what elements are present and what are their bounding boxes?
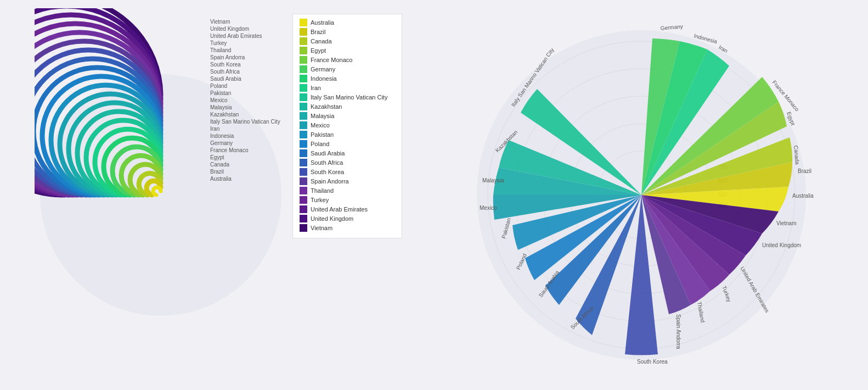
legend-item: Spain Andorra [300,177,395,185]
legend-label: Thailand [311,187,334,194]
legend-label: Spain Andorra [311,178,349,185]
label-southafrica: South Africa [210,69,240,75]
legend-swatch [300,159,307,166]
rose-germany: Germany [660,23,683,31]
legend-swatch [300,215,307,222]
legend-swatch [300,205,307,213]
legend-label: Vietnam [311,225,332,231]
legend-item: United Kingdom [300,215,395,222]
legend-item: France Monaco [300,56,395,64]
legend-label: United Arab Emirates [311,206,368,213]
right-section: 700 600 500 400 Germany Indonesia Iran F… [449,5,833,385]
main-container: Vietnam United Kingdom United Arab Emira… [0,0,868,390]
legend-item: Iran [300,84,395,92]
label-turkey: Turkey [210,40,227,46]
legend-swatch [300,224,307,232]
rose-spain: Spain Andorra [675,314,681,349]
label-kazakhstan: Kazakhstan [210,112,239,118]
legend-swatch [300,56,307,64]
legend-item: Poland [300,140,395,148]
legend-item: Brazil [300,28,395,36]
legend-label: Pakistan [311,131,334,138]
spiral-chart: Vietnam United Kingdom United Arab Emira… [35,8,287,382]
legend-swatch [300,112,307,120]
legend-label: Poland [311,141,329,147]
legend-item: Turkey [300,196,395,204]
legend-swatch [300,37,307,45]
legend-label: Turkey [311,197,329,203]
rose-uk: United Kingdom [762,242,801,248]
legend-swatch [300,140,307,148]
legend-item: Canada [300,37,395,45]
rose-southkorea: South Korea [637,359,668,365]
label-southkorea: South Korea [210,62,241,68]
legend-swatch [300,65,307,73]
label-italy: Italy San Marino Vatican City [210,119,280,125]
legend-item: Germany [300,65,395,73]
legend-swatch [300,84,307,92]
legend-item: South Africa [300,159,395,166]
rose-malaysia: Malaysia [482,177,504,183]
label-australia: Australia [210,176,232,182]
legend-swatch [300,93,307,101]
legend-item: Indonesia [300,75,395,82]
label-thailand: Thailand [210,47,231,53]
rose-australia: Australia [792,193,814,199]
rose-vietnam: Vietnam [776,220,797,226]
rose-mexico: Mexico [480,205,497,211]
legend-label: Malaysia [311,113,334,119]
legend-swatch [300,103,307,110]
legend-swatch [300,75,307,82]
label-uae: United Arab Emirates [210,33,262,39]
legend-swatch [300,121,307,129]
legend-label: Indonesia [311,75,337,82]
label-pakistan: Pakistan [210,90,231,96]
label-egypt: Egypt [210,154,224,160]
legend-item: Saudi Arabia [300,149,395,157]
label-indonesia: Indonesia [210,133,234,139]
legend-item: Italy San Marino Vatican City [300,93,395,101]
label-spain: Spain Andorra [210,54,245,60]
legend-label: Mexico [311,122,330,129]
rose-brazil: Brazil [798,168,811,174]
legend-swatch [300,131,307,138]
label-saudiarabia: Saudi Arabia [210,76,241,82]
legend-item: Thailand [300,187,395,194]
label-mexico: Mexico [210,97,228,103]
legend-item: Mexico [300,121,395,129]
left-section: Vietnam United Kingdom United Arab Emira… [35,8,402,382]
rose-chart: 700 600 500 400 Germany Indonesia Iran F… [449,5,833,385]
legend-label: Egypt [311,47,326,54]
label-poland: Poland [210,83,227,89]
legend-item: Malaysia [300,112,395,120]
legend-label: Brazil [311,29,326,35]
legend-swatch [300,168,307,176]
legend-item: Pakistan [300,131,395,138]
legend-label: Germany [311,66,335,73]
legend-label: Kazakhstan [311,103,342,110]
label-uk: United Kingdom [210,26,249,32]
legend: AustraliaBrazilCanadaEgyptFrance MonacoG… [292,14,402,238]
legend-item: United Arab Emirates [300,205,395,213]
legend-item: South Korea [300,168,395,176]
label-canada: Canada [210,161,229,168]
legend-swatch [300,196,307,204]
legend-label: South Korea [311,169,344,175]
legend-swatch [300,47,307,54]
legend-label: France Monaco [311,57,352,63]
legend-label: Iran [311,85,321,91]
legend-label: Italy San Marino Vatican City [311,94,387,101]
label-vietnam: Vietnam [210,19,230,25]
legend-label: Saudi Arabia [311,150,345,157]
legend-swatch [300,149,307,157]
legend-item: Egypt [300,47,395,54]
legend-item: Vietnam [300,224,395,232]
legend-label: Canada [311,38,332,44]
label-germany: Germany [210,140,233,146]
legend-item: Kazakhstan [300,103,395,110]
legend-swatch [300,177,307,185]
label-france: France Monaco [210,147,249,153]
legend-swatch [300,19,307,26]
legend-swatch [300,28,307,36]
legend-item: Australia [300,19,395,26]
